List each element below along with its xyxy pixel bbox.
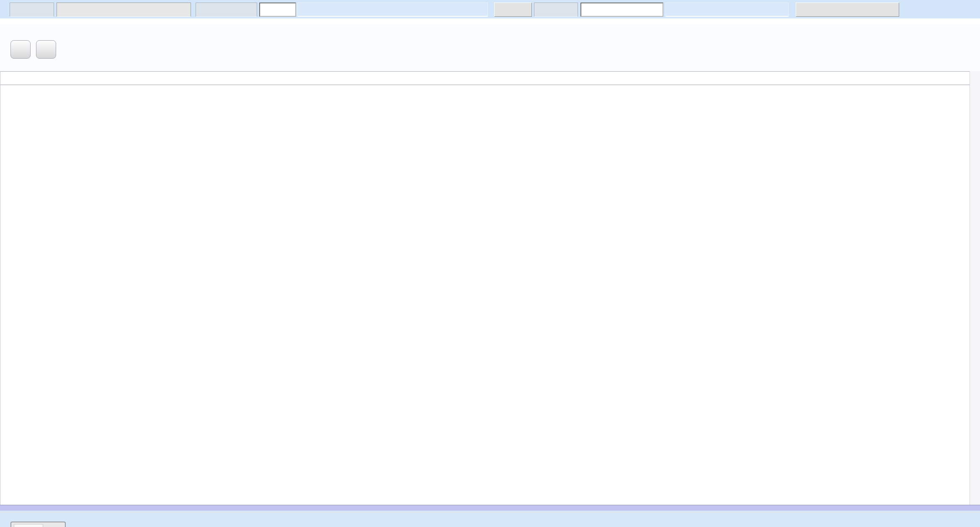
wbs-name-field — [297, 3, 488, 17]
bottom-partial-button[interactable] — [10, 522, 66, 527]
day-header-row — [0, 71, 970, 85]
toolbar-divider — [0, 18, 980, 24]
manager-code-input[interactable] — [580, 3, 663, 17]
manager-name-field — [665, 3, 789, 17]
wbs-label — [196, 3, 257, 17]
wbs-code-input[interactable] — [259, 3, 296, 17]
toolbar-blank-button[interactable] — [796, 3, 899, 17]
prev-week-button[interactable] — [10, 40, 31, 59]
bottom-divider — [0, 512, 980, 512]
calendar-grid — [0, 71, 970, 505]
bottom-panel — [0, 511, 980, 527]
horizontal-scrollbar[interactable] — [0, 505, 980, 511]
vertical-scrollbar[interactable] — [970, 71, 980, 505]
manager-label — [534, 3, 578, 17]
wbs-browse-button[interactable] — [494, 3, 532, 17]
filter-toolbar — [0, 0, 980, 18]
calendar-navigation — [0, 24, 980, 71]
bottom-partial-button-face — [14, 524, 43, 527]
status-value-display[interactable] — [57, 3, 191, 17]
next-week-button[interactable] — [36, 40, 56, 59]
status-label — [10, 3, 54, 17]
